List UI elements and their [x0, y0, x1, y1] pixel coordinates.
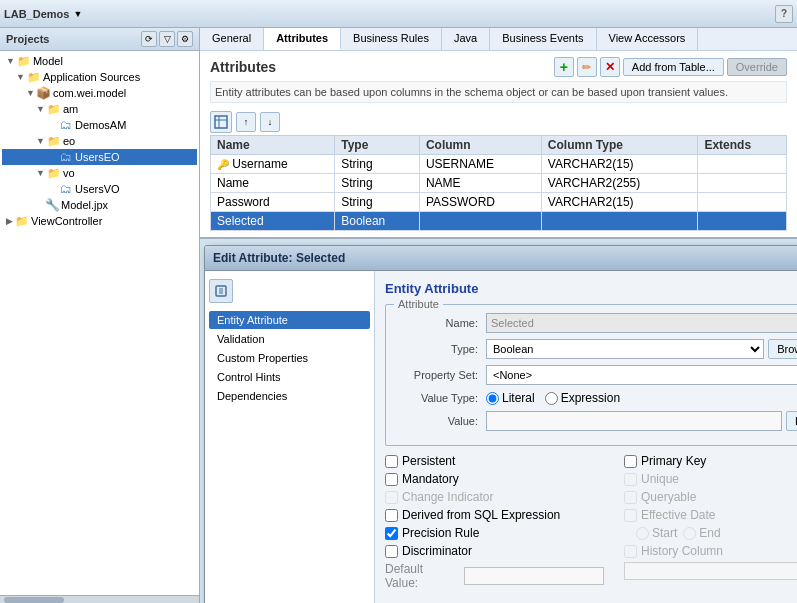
change-indicator-checkbox-item: Change Indicator — [385, 490, 604, 504]
start-radio[interactable] — [636, 527, 649, 540]
row-extends — [698, 155, 787, 174]
col-type: Type — [335, 136, 420, 155]
move-down-button[interactable]: ↓ — [260, 112, 280, 132]
unique-checkbox-item: Unique — [624, 472, 797, 486]
dialog-nav-control-hints[interactable]: Control Hints — [209, 368, 370, 386]
delete-attribute-button[interactable]: ✕ — [600, 57, 620, 77]
nav-java[interactable]: Java — [442, 28, 490, 50]
attribute-section: Attribute Name: Type: — [385, 304, 797, 446]
nav-view-accessors[interactable]: View Accessors — [597, 28, 699, 50]
move-up-button[interactable]: ↑ — [236, 112, 256, 132]
type-select[interactable]: Boolean String Integer Long — [486, 339, 764, 359]
primary-key-label: Primary Key — [641, 454, 706, 468]
end-radio-label[interactable]: End — [683, 526, 720, 540]
queryable-label: Queryable — [641, 490, 696, 504]
add-from-table-button[interactable]: Add from Table... — [623, 58, 724, 76]
expand-arrow[interactable]: ▼ — [16, 72, 25, 82]
default-value-input[interactable] — [464, 567, 604, 585]
horizontal-scrollbar[interactable] — [0, 595, 199, 603]
settings-icon[interactable]: ⚙ — [177, 31, 193, 47]
browse-button[interactable]: Browse... — [768, 339, 797, 359]
derived-sql-checkbox-item: Derived from SQL Expression — [385, 508, 604, 522]
history-column-checkbox[interactable] — [624, 545, 637, 558]
filter-icon[interactable]: ▽ — [159, 31, 175, 47]
checkboxes-section: Persistent Mandatory Change Indicator — [385, 454, 797, 594]
nav-general[interactable]: General — [200, 28, 264, 50]
add-attribute-button[interactable]: + — [554, 57, 574, 77]
value-type-label: Value Type: — [396, 392, 486, 404]
start-radio-label[interactable]: Start — [636, 526, 677, 540]
tree-item-demosam[interactable]: ▶ 🗂 DemosAM — [2, 117, 197, 133]
discriminator-checkbox[interactable] — [385, 545, 398, 558]
nav-business-events[interactable]: Business Events — [490, 28, 596, 50]
folder-icon: 📁 — [47, 102, 61, 116]
dialog-nav-validation[interactable]: Validation — [209, 330, 370, 348]
table-row-selected[interactable]: Selected Boolean — [211, 212, 787, 231]
col-column: Column — [419, 136, 541, 155]
expand-arrow[interactable]: ▼ — [6, 56, 15, 66]
queryable-checkbox[interactable] — [624, 491, 637, 504]
row-name: Selected — [211, 212, 335, 231]
tree-item-vo[interactable]: ▼ 📁 vo — [2, 165, 197, 181]
tree-item-appsources[interactable]: ▼ 📁 Application Sources — [2, 69, 197, 85]
folder-icon: 📁 — [17, 54, 31, 68]
help-button[interactable]: ? — [775, 5, 793, 23]
dialog-titlebar: Edit Attribute: Selected ✕ — [205, 246, 797, 271]
expand-arrow[interactable]: ▼ — [36, 104, 45, 114]
history-select[interactable] — [624, 562, 797, 580]
dropdown-arrow[interactable]: ▼ — [73, 9, 82, 19]
tree-item-am[interactable]: ▼ 📁 am — [2, 101, 197, 117]
derived-sql-checkbox[interactable] — [385, 509, 398, 522]
nav-attributes[interactable]: Attributes — [264, 28, 341, 50]
row-column — [419, 212, 541, 231]
sync-icon[interactable]: ⟳ — [141, 31, 157, 47]
expand-arrow[interactable]: ▶ — [6, 216, 13, 226]
folder-icon: 📁 — [47, 134, 61, 148]
table-header-row: Name Type Column Column Type Extends — [211, 136, 787, 155]
mandatory-checkbox[interactable] — [385, 473, 398, 486]
expand-arrow[interactable]: ▼ — [36, 136, 45, 146]
name-input[interactable] — [486, 313, 797, 333]
primary-key-checkbox[interactable] — [624, 455, 637, 468]
tree-label: vo — [63, 167, 75, 179]
dialog-nav-dependencies[interactable]: Dependencies — [209, 387, 370, 405]
modeljpx-icon: 🔧 — [45, 198, 59, 212]
precision-rule-checkbox[interactable] — [385, 527, 398, 540]
tree-item-viewcontroller[interactable]: ▶ 📁 ViewController — [2, 213, 197, 229]
left-checkboxes: Persistent Mandatory Change Indicator — [385, 454, 604, 594]
tree-item-userseo[interactable]: ▶ 🗂 UsersEO — [2, 149, 197, 165]
attributes-panel: General Attributes Business Rules Java B… — [200, 28, 797, 239]
dialog-nav-entity-attribute[interactable]: Entity Attribute — [209, 311, 370, 329]
override-button[interactable]: Override — [727, 58, 787, 76]
dialog-nav-icon — [209, 279, 233, 303]
dialog-nav-custom-properties[interactable]: Custom Properties — [209, 349, 370, 367]
unique-checkbox[interactable] — [624, 473, 637, 486]
persistent-checkbox[interactable] — [385, 455, 398, 468]
tree-item-usersvo[interactable]: ▶ 🗂 UsersVO — [2, 181, 197, 197]
end-radio[interactable] — [683, 527, 696, 540]
property-set-select[interactable]: <None> — [486, 365, 797, 385]
tree-item-eo[interactable]: ▼ 📁 eo — [2, 133, 197, 149]
nav-business-rules[interactable]: Business Rules — [341, 28, 442, 50]
table-row[interactable]: Password String PASSWORD VARCHAR2(15) — [211, 193, 787, 212]
literal-radio[interactable] — [486, 392, 499, 405]
tree-item-modeljpx[interactable]: ▶ 🔧 Model.jpx — [2, 197, 197, 213]
expression-radio[interactable] — [545, 392, 558, 405]
literal-radio-label[interactable]: Literal — [486, 391, 535, 405]
row-type: String — [335, 174, 420, 193]
change-indicator-checkbox[interactable] — [385, 491, 398, 504]
effective-date-checkbox[interactable] — [624, 509, 637, 522]
tree-item-model[interactable]: ▼ 📁 Model — [2, 53, 197, 69]
edit-attribute-button[interactable]: ✏ — [577, 57, 597, 77]
expand-arrow[interactable]: ▼ — [36, 168, 45, 178]
value-input[interactable] — [486, 411, 782, 431]
table-row[interactable]: 🔑 Username String USERNAME VARCHAR2(15) — [211, 155, 787, 174]
table-row[interactable]: Name String NAME VARCHAR2(255) — [211, 174, 787, 193]
tree-item-comweimodel[interactable]: ▼ 📦 com.wei.model — [2, 85, 197, 101]
value-label: Value: — [396, 415, 486, 427]
expand-arrow[interactable]: ▼ — [26, 88, 35, 98]
dialog-body: Entity Attribute Validation Custom Prope… — [205, 271, 797, 603]
attributes-description: Entity attributes can be based upon colu… — [210, 81, 787, 103]
expression-radio-label[interactable]: Expression — [545, 391, 620, 405]
edit-button[interactable]: Edit... — [786, 411, 797, 431]
